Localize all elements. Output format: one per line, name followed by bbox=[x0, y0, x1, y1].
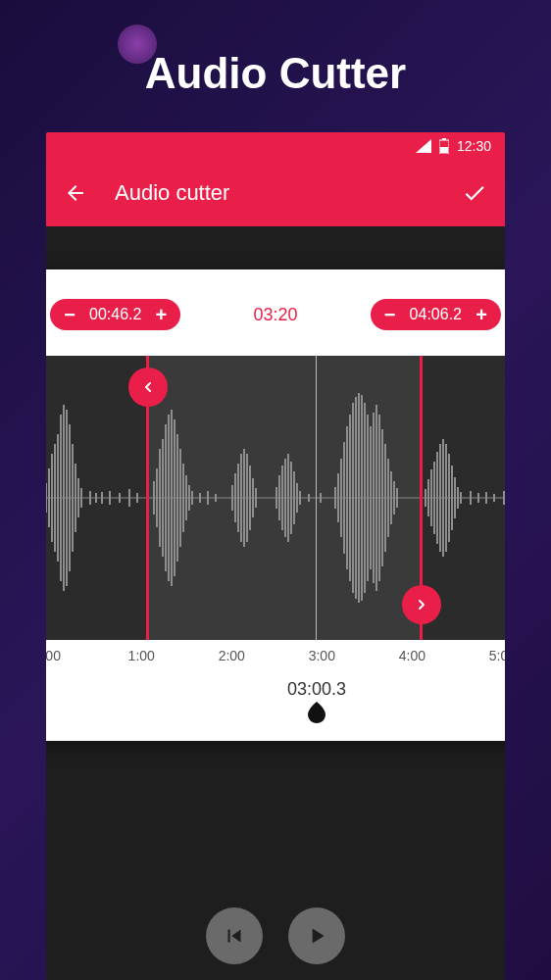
svg-rect-100 bbox=[503, 491, 505, 505]
svg-rect-57 bbox=[296, 483, 298, 513]
svg-rect-43 bbox=[237, 464, 239, 532]
svg-rect-85 bbox=[430, 469, 432, 526]
svg-rect-23 bbox=[136, 493, 138, 503]
svg-rect-93 bbox=[454, 477, 456, 518]
status-bar: 12:30 bbox=[46, 132, 505, 160]
svg-rect-29 bbox=[168, 415, 170, 581]
svg-rect-49 bbox=[255, 488, 257, 508]
svg-rect-45 bbox=[243, 449, 245, 547]
start-time-pill: − 00:46.2 + bbox=[50, 299, 180, 330]
svg-rect-17 bbox=[89, 491, 91, 505]
svg-rect-67 bbox=[352, 403, 354, 593]
playhead-line bbox=[316, 356, 317, 640]
svg-rect-30 bbox=[171, 410, 173, 586]
svg-rect-41 bbox=[231, 485, 233, 511]
svg-rect-84 bbox=[427, 479, 429, 516]
svg-rect-97 bbox=[477, 493, 479, 503]
play-icon bbox=[304, 923, 329, 949]
end-decrement-button[interactable]: − bbox=[380, 305, 400, 324]
back-arrow-icon[interactable] bbox=[64, 181, 87, 205]
confirm-check-icon[interactable] bbox=[462, 180, 487, 206]
svg-rect-66 bbox=[349, 415, 351, 581]
tick-label: 2:00 bbox=[219, 648, 245, 663]
svg-rect-4 bbox=[46, 483, 47, 513]
svg-rect-88 bbox=[439, 444, 441, 552]
svg-rect-64 bbox=[343, 442, 345, 554]
svg-rect-46 bbox=[246, 454, 248, 542]
chevron-right-icon bbox=[414, 597, 429, 612]
svg-rect-70 bbox=[361, 395, 363, 601]
end-increment-button[interactable]: + bbox=[472, 305, 491, 324]
svg-rect-9 bbox=[60, 415, 62, 581]
trim-end-handle[interactable] bbox=[402, 585, 441, 624]
svg-rect-35 bbox=[185, 475, 187, 520]
app-bar-title: Audio cutter bbox=[115, 180, 462, 206]
svg-rect-61 bbox=[334, 487, 336, 509]
svg-rect-12 bbox=[69, 424, 71, 571]
svg-rect-6 bbox=[51, 454, 53, 542]
start-decrement-button[interactable]: − bbox=[60, 305, 79, 324]
svg-rect-63 bbox=[340, 459, 342, 537]
svg-rect-53 bbox=[284, 459, 286, 537]
svg-rect-42 bbox=[234, 473, 236, 522]
svg-rect-14 bbox=[75, 464, 76, 532]
svg-rect-34 bbox=[182, 464, 184, 532]
svg-rect-44 bbox=[240, 454, 242, 542]
svg-rect-39 bbox=[207, 491, 209, 505]
svg-rect-86 bbox=[433, 462, 435, 534]
svg-rect-27 bbox=[162, 439, 164, 557]
svg-rect-40 bbox=[215, 494, 217, 502]
svg-rect-92 bbox=[451, 466, 453, 530]
svg-rect-99 bbox=[493, 494, 495, 502]
svg-rect-65 bbox=[346, 426, 348, 569]
timeline-ruler: :00 1:00 2:00 3:00 4:00 5:00 bbox=[46, 648, 505, 671]
svg-rect-38 bbox=[199, 493, 201, 503]
svg-rect-73 bbox=[370, 426, 372, 569]
skip-previous-button[interactable] bbox=[206, 907, 263, 964]
svg-rect-74 bbox=[373, 413, 375, 583]
end-time-pill: − 04:06.2 + bbox=[371, 299, 501, 330]
tick-label: 5:00 bbox=[489, 648, 505, 663]
editor-card: − 00:46.2 + 03:20 − 04:06.2 + bbox=[46, 270, 505, 741]
svg-rect-15 bbox=[77, 478, 79, 517]
svg-rect-58 bbox=[299, 491, 301, 505]
svg-rect-2 bbox=[440, 147, 448, 153]
svg-rect-82 bbox=[396, 488, 398, 508]
battery-icon bbox=[439, 138, 449, 154]
tick-label: :00 bbox=[46, 648, 61, 663]
chevron-left-icon bbox=[140, 379, 156, 395]
svg-rect-54 bbox=[287, 454, 289, 542]
selection-duration: 03:20 bbox=[253, 305, 297, 325]
svg-rect-56 bbox=[293, 471, 295, 524]
svg-rect-26 bbox=[159, 449, 161, 547]
svg-rect-13 bbox=[72, 444, 74, 552]
playhead-marker-icon[interactable] bbox=[46, 702, 505, 723]
svg-rect-5 bbox=[48, 468, 50, 527]
playhead-time: 03:00.3 bbox=[287, 679, 346, 700]
phone-frame: 12:30 Audio cutter − 00:46.2 + 03:20 − 0… bbox=[46, 132, 505, 980]
svg-rect-21 bbox=[119, 493, 121, 503]
svg-rect-19 bbox=[101, 492, 103, 504]
time-row: − 00:46.2 + 03:20 − 04:06.2 + bbox=[46, 270, 505, 356]
waveform[interactable] bbox=[46, 356, 505, 640]
status-time: 12:30 bbox=[457, 138, 491, 154]
svg-rect-47 bbox=[249, 466, 251, 530]
play-button[interactable] bbox=[288, 907, 345, 964]
svg-rect-98 bbox=[485, 492, 487, 504]
svg-rect-60 bbox=[320, 493, 322, 503]
svg-rect-48 bbox=[252, 478, 254, 517]
svg-rect-68 bbox=[355, 397, 357, 599]
svg-rect-72 bbox=[367, 415, 369, 581]
end-time-value: 04:06.2 bbox=[410, 306, 462, 323]
trim-start-handle[interactable] bbox=[128, 368, 168, 407]
svg-rect-18 bbox=[95, 493, 97, 503]
svg-rect-78 bbox=[384, 444, 386, 552]
svg-rect-7 bbox=[54, 444, 56, 552]
svg-rect-76 bbox=[378, 415, 380, 581]
svg-rect-95 bbox=[460, 492, 462, 504]
svg-rect-22 bbox=[128, 489, 130, 507]
svg-rect-51 bbox=[278, 475, 280, 520]
decorative-circle bbox=[118, 24, 157, 64]
start-increment-button[interactable]: + bbox=[151, 305, 171, 324]
page-title: Audio Cutter bbox=[0, 0, 551, 98]
